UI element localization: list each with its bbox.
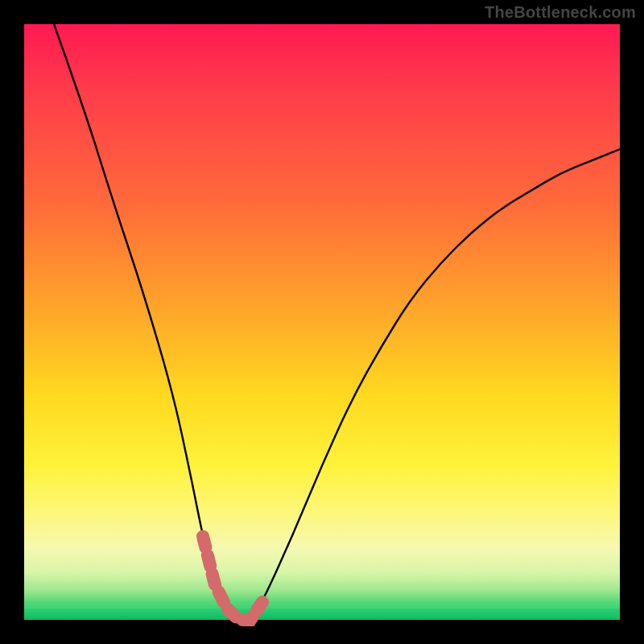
- plot-area: [24, 24, 620, 620]
- optimal-range-marker: [203, 536, 262, 620]
- bottleneck-curve: [54, 24, 620, 620]
- curve-svg: [24, 24, 620, 620]
- chart-frame: TheBottleneck.com: [0, 0, 644, 644]
- watermark-text: TheBottleneck.com: [485, 3, 636, 22]
